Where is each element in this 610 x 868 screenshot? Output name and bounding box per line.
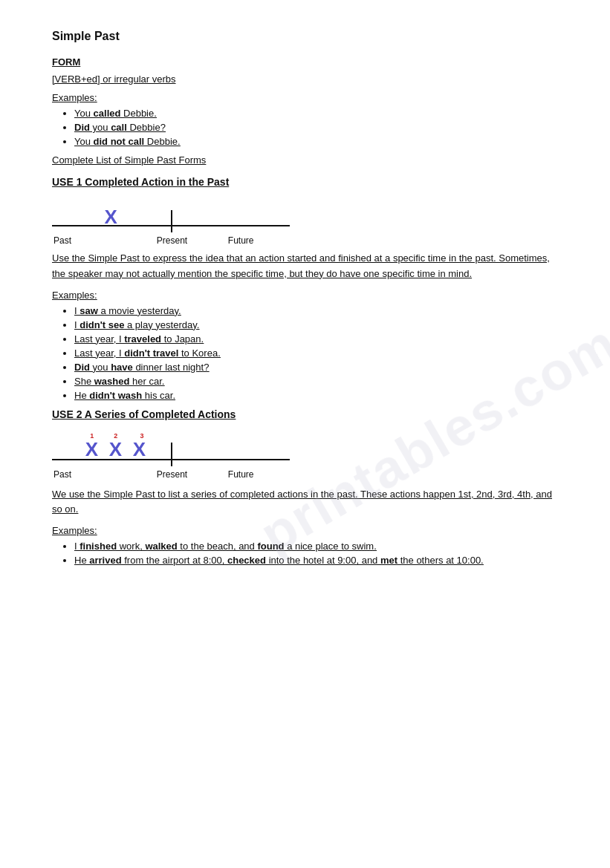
list-item: I finished work, walked to the beach, an… xyxy=(74,541,558,552)
use1-examples-label: Examples: xyxy=(52,290,558,301)
timeline-label-past: Past xyxy=(53,469,71,480)
timeline-use1: X Past Present Future xyxy=(52,197,290,245)
list-item: He arrived from the airport at 8:00, che… xyxy=(74,555,558,566)
form-examples-list: You called Debbie. Did you call Debbie? … xyxy=(52,108,558,147)
x-mark-2: X xyxy=(109,440,122,459)
examples-label: Examples: xyxy=(52,92,558,103)
use1-heading: USE 1 Completed Action in the Past xyxy=(52,176,558,188)
use2-heading: USE 2 A Series of Completed Actions xyxy=(52,408,558,420)
timeline-label-present: Present xyxy=(157,469,187,480)
use2-examples-list: I finished work, walked to the beach, an… xyxy=(52,541,558,566)
x-mark-3: X xyxy=(133,440,146,459)
form-heading: FORM xyxy=(52,56,558,68)
list-item: I didn't see a play yesterday. xyxy=(74,319,558,330)
list-item: Last year, I traveled to Japan. xyxy=(74,333,558,345)
example-text: Last year, I traveled to Japan. xyxy=(74,333,204,345)
timeline-use2: X 1 X 2 X 3 Past Present Future xyxy=(52,429,290,481)
example-text: He didn't wash his car. xyxy=(74,390,175,401)
number-1: 1 xyxy=(90,432,94,440)
x-mark-1: X xyxy=(104,207,117,226)
use2-examples-label: Examples: xyxy=(52,525,558,536)
list-item: I saw a movie yesterday. xyxy=(74,305,558,316)
use2-description: We use the Simple Past to list a series … xyxy=(52,487,558,518)
list-item: Did you call Debbie? xyxy=(74,122,558,133)
page-title: Simple Past xyxy=(52,30,558,43)
number-3: 3 xyxy=(140,432,143,440)
example-text: He arrived from the airport at 8:00, che… xyxy=(74,555,484,566)
timeline-label-future: Future xyxy=(228,469,254,480)
list-item: Last year, I didn't travel to Korea. xyxy=(74,347,558,359)
example-text: I finished work, walked to the beach, an… xyxy=(74,541,377,552)
example-text: She washed her car. xyxy=(74,376,164,387)
list-item: You called Debbie. xyxy=(74,108,558,119)
example-text: I saw a movie yesterday. xyxy=(74,305,181,316)
example-text: You called Debbie. xyxy=(74,108,157,119)
list-item: He didn't wash his car. xyxy=(74,390,558,401)
x-mark-1: X xyxy=(85,440,98,459)
number-2: 2 xyxy=(114,432,117,440)
example-text: Did you have dinner last night? xyxy=(74,362,209,373)
list-item: She washed her car. xyxy=(74,376,558,387)
verb-form: [VERB+ed] or irregular verbs xyxy=(52,74,558,85)
use1-examples-list: I saw a movie yesterday. I didn't see a … xyxy=(52,305,558,401)
timeline-label-future: Future xyxy=(228,235,254,246)
list-item: Did you have dinner last night? xyxy=(74,362,558,373)
example-text: Last year, I didn't travel to Korea. xyxy=(74,347,221,359)
example-text: I didn't see a play yesterday. xyxy=(74,319,199,330)
example-text: Did you call Debbie? xyxy=(74,122,166,133)
list-item: You did not call Debbie. xyxy=(74,136,558,147)
complete-list-link[interactable]: Complete List of Simple Past Forms xyxy=(52,154,558,166)
timeline-label-present: Present xyxy=(157,235,187,246)
example-text: You did not call Debbie. xyxy=(74,136,181,147)
timeline-label-past: Past xyxy=(53,235,71,246)
use1-description: Use the Simple Past to express the idea … xyxy=(52,251,558,282)
